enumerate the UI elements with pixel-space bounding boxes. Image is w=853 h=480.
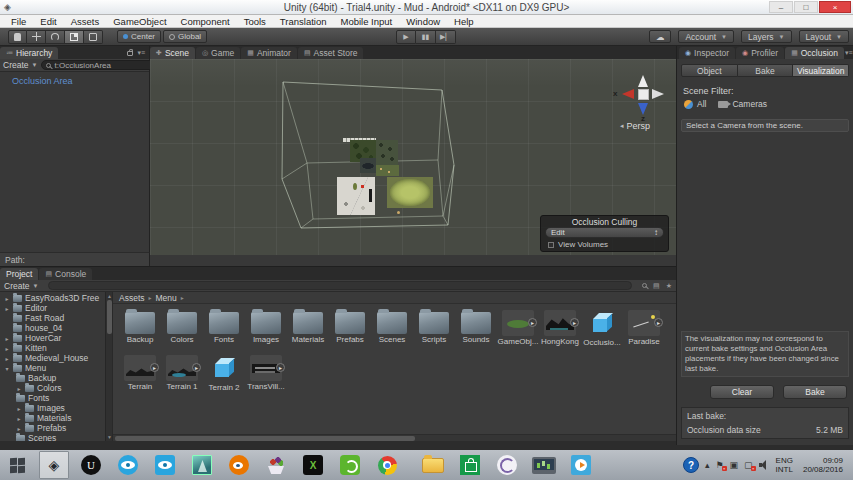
help-icon[interactable]: ?	[683, 457, 699, 473]
close-button[interactable]: ×	[819, 1, 851, 13]
asset-folder-colors[interactable]: Colors	[161, 306, 203, 347]
scale-tool-button[interactable]	[65, 30, 84, 44]
expand-badge-icon[interactable]: ▸	[192, 363, 201, 372]
taskbar-media-player[interactable]	[566, 451, 596, 479]
menu-item-assets[interactable]: Assets	[64, 16, 107, 27]
language-indicator[interactable]: ENGINTL	[776, 456, 793, 474]
tab-asset-store[interactable]: ▤Asset Store	[298, 47, 364, 59]
tab-project[interactable]: Project	[0, 268, 38, 280]
scene-object-foliage[interactable]	[376, 140, 398, 165]
menu-item-component[interactable]: Component	[174, 16, 237, 27]
menu-item-tools[interactable]: Tools	[237, 16, 273, 27]
clear-button[interactable]: Clear	[710, 385, 774, 399]
tab-animator[interactable]: ▦Animator	[241, 47, 297, 59]
tab-scene[interactable]: ✚Scene	[150, 47, 195, 59]
tab-game[interactable]: ◎Game	[196, 47, 240, 59]
expand-arrow-icon[interactable]: ▸	[16, 425, 22, 432]
asset-folder-backup[interactable]: Backup	[119, 306, 161, 347]
collapse-arrow-icon[interactable]: ▾	[4, 365, 10, 372]
perspective-toggle[interactable]: ◂Persp	[620, 121, 650, 131]
axis-cone-right[interactable]	[652, 89, 664, 99]
asset-folder-scenes[interactable]: Scenes	[371, 306, 413, 347]
taskbar-blender-button[interactable]	[224, 451, 254, 479]
asset-folder-materials[interactable]: Materials	[287, 306, 329, 347]
hand-tool-button[interactable]	[8, 30, 27, 44]
tree-item[interactable]: ▸Prefabs	[0, 423, 112, 433]
asset-occlusion-data[interactable]: Occlusio...	[581, 306, 623, 347]
menu-item-help[interactable]: Help	[447, 16, 481, 27]
tree-item[interactable]: ▸Materials	[0, 413, 112, 423]
menu-item-translation[interactable]: Translation	[273, 16, 334, 27]
axis-cube[interactable]	[638, 89, 649, 100]
tree-item[interactable]: house_04	[0, 323, 112, 333]
panel-menu-icon[interactable]: ▾≡	[845, 49, 853, 57]
expand-badge-icon[interactable]: ▸	[150, 363, 159, 372]
menu-item-edit[interactable]: Edit	[33, 16, 63, 27]
expand-arrow-icon[interactable]: ▸	[4, 295, 10, 302]
asset-scene-paradise[interactable]: ▸Paradise	[623, 306, 665, 347]
pivot-center-button[interactable]: Center	[117, 30, 161, 43]
search-icon[interactable]	[642, 283, 647, 288]
asset-model-hongkong[interactable]: ▸HongKong	[539, 306, 581, 347]
scene-object-strip[interactable]	[376, 165, 399, 176]
tree-item[interactable]: ▸Editor	[0, 303, 112, 313]
step-button[interactable]: ▶▏	[436, 30, 456, 44]
breadcrumb-menu[interactable]: Menu	[156, 293, 177, 303]
checkbox-icon[interactable]	[548, 242, 554, 248]
favorites-icon[interactable]: ★	[666, 282, 672, 290]
volume-icon[interactable]	[759, 460, 770, 470]
cloud-services-button[interactable]: ☁	[649, 30, 672, 43]
start-button[interactable]	[2, 451, 32, 479]
scroll-down-icon[interactable]: ▼	[107, 434, 112, 440]
layers-dropdown[interactable]: Layers▼	[741, 30, 791, 43]
asset-folder-prefabs[interactable]: Prefabs	[329, 306, 371, 347]
pivot-global-button[interactable]: Global	[163, 30, 207, 43]
tree-item[interactable]: Fast Road	[0, 313, 112, 323]
layout-dropdown[interactable]: Layout▼	[799, 30, 849, 43]
hierarchy-create-button[interactable]: Create▼	[3, 60, 37, 70]
tree-item[interactable]: ▸Colors	[0, 383, 112, 393]
action-center-flag-icon[interactable]: ⚑×	[716, 460, 724, 470]
taskbar-file-explorer[interactable]	[418, 451, 448, 479]
move-tool-button[interactable]	[27, 30, 46, 44]
taskbar-eye-app-1[interactable]	[113, 451, 143, 479]
tree-item[interactable]: Fonts	[0, 393, 112, 403]
tree-item[interactable]: Backup	[0, 373, 112, 383]
account-dropdown[interactable]: Account▼	[678, 30, 734, 43]
asset-folder-sounds[interactable]: Sounds	[455, 306, 497, 347]
play-button[interactable]: ▶	[396, 30, 416, 44]
tree-item-menu[interactable]: ▾Menu	[0, 363, 112, 373]
hierarchy-search-field[interactable]	[54, 61, 164, 70]
tree-item[interactable]: ▸HoverCar	[0, 333, 112, 343]
taskbar-photos-app[interactable]	[187, 451, 217, 479]
expand-arrow-icon[interactable]: ▸	[4, 335, 10, 342]
taskbar-task-manager[interactable]	[529, 451, 559, 479]
asset-model-terrain[interactable]: ▸Terrain	[119, 351, 161, 392]
device-tray-icon[interactable]: ▣	[730, 460, 739, 470]
asset-model-transvill[interactable]: ▸TransVill...	[245, 351, 287, 392]
lock-icon[interactable]	[127, 51, 133, 56]
mode-bake-button[interactable]: Bake	[738, 64, 794, 77]
taskbar-unity-button[interactable]: ◈	[39, 451, 69, 479]
expand-arrow-icon[interactable]: ▸	[4, 355, 10, 362]
expand-arrow-icon[interactable]: ▸	[4, 305, 10, 312]
rotate-tool-button[interactable]	[46, 30, 65, 44]
asset-folder-fonts[interactable]: Fonts	[203, 306, 245, 347]
tree-item[interactable]: ▸Kitten	[0, 343, 112, 353]
asset-folder-images[interactable]: Images	[245, 306, 287, 347]
taskbar-green-app[interactable]	[335, 451, 365, 479]
filter-all-toggle[interactable]: All	[684, 99, 706, 109]
expand-arrow-icon[interactable]: ▸	[16, 385, 22, 392]
view-volumes-toggle[interactable]: View Volumes	[548, 240, 668, 249]
scroll-up-icon[interactable]: ▲	[107, 293, 112, 299]
asset-model-terrain1[interactable]: ▸Terrain 1	[161, 351, 203, 392]
bake-button[interactable]: Bake	[783, 385, 847, 399]
scene-orientation-gizmo[interactable]: x z ◂Persp	[612, 73, 676, 131]
taskbar-eye-app-2[interactable]	[150, 451, 180, 479]
tab-inspector[interactable]: ◉Inspector	[679, 47, 735, 59]
expand-badge-icon[interactable]: ▸	[654, 318, 663, 327]
tree-item[interactable]: Scenes	[0, 433, 112, 441]
expand-badge-icon[interactable]: ▸	[528, 318, 537, 327]
taskbar-fruit-app[interactable]	[261, 451, 291, 479]
menu-item-gameobject[interactable]: GameObject	[106, 16, 173, 27]
